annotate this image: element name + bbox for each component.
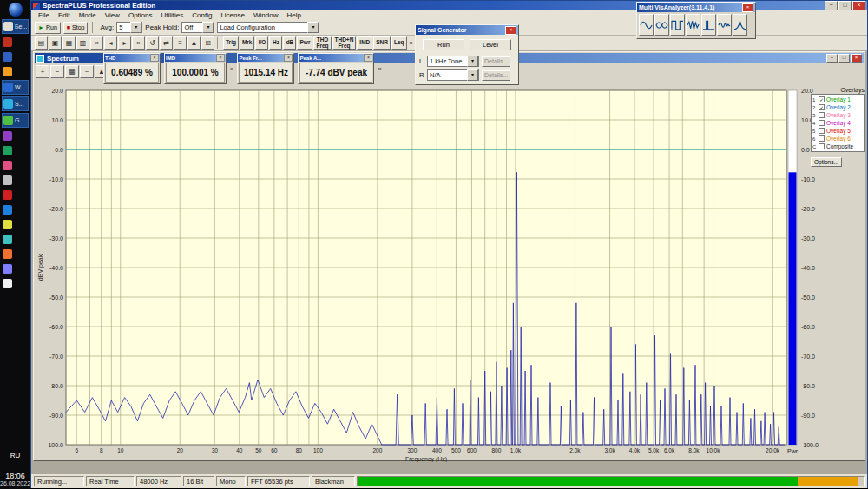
start-button[interactable] [9, 3, 23, 17]
taskbar-item-6[interactable]: G... [2, 113, 29, 128]
chevron-down-icon[interactable]: ▾ [202, 22, 214, 33]
save-file-icon[interactable]: ▣ [49, 36, 62, 50]
square-wave-icon[interactable] [670, 14, 685, 36]
taskbar-icon-8[interactable] [2, 144, 29, 157]
menu-config[interactable]: Config [187, 11, 216, 19]
toolbar-button-trig[interactable]: Trig [223, 36, 239, 50]
overlay-checkbox[interactable] [819, 112, 825, 118]
print-icon[interactable]: ▦ [62, 36, 76, 50]
maximize-icon[interactable]: □ [838, 1, 852, 10]
menu-license[interactable]: License [216, 11, 249, 19]
overlay-checkbox[interactable] [819, 143, 825, 149]
close-icon[interactable]: × [284, 54, 293, 62]
load-configuration-select[interactable]: Load Configuration ▾ [217, 22, 319, 33]
menu-window[interactable]: Window [249, 11, 282, 19]
spectrum-plot[interactable]: 20.020.010.010.00.00.0-10.0-10.0-20.0-20… [34, 85, 866, 462]
minimize-icon[interactable]: − [825, 1, 838, 10]
fast-forward-icon[interactable]: » [132, 36, 145, 50]
taskbar-icon-17[interactable] [2, 277, 29, 290]
taskbar-icon-2[interactable] [2, 50, 29, 63]
menu-edit[interactable]: Edit [54, 11, 75, 19]
generator-level-button[interactable]: Level [470, 39, 511, 50]
menu-file[interactable]: File [34, 11, 54, 19]
grid-icon[interactable]: ▦ [65, 65, 79, 78]
overlay-checkbox[interactable]: ✓ [819, 104, 825, 110]
noise-icon[interactable] [686, 14, 700, 36]
taskbar-icon-7[interactable] [2, 129, 29, 142]
menu-utilities[interactable]: Utilities [156, 11, 187, 19]
right-details-button[interactable]: Details... [482, 70, 510, 81]
language-indicator[interactable]: RU [0, 452, 30, 459]
taskbar-icon-3[interactable] [2, 65, 29, 78]
taskbar-item-5[interactable]: S... [2, 96, 29, 111]
overlay-checkbox[interactable] [819, 128, 825, 134]
close-icon[interactable]: × [216, 54, 225, 62]
maximize-icon[interactable]: □ [838, 54, 850, 63]
taskbar-item-0[interactable]: Бе... [2, 19, 29, 34]
toolbar-overflow-chevron[interactable]: » [408, 39, 415, 47]
close-icon[interactable]: × [852, 1, 865, 10]
taskbar-icon-15[interactable] [2, 248, 29, 261]
chevron-down-icon[interactable]: ▾ [467, 69, 478, 81]
taskbar-icon-12[interactable] [2, 203, 29, 216]
menu-help[interactable]: Help [282, 11, 305, 19]
toolbar-button-hz[interactable]: Hz [269, 36, 282, 50]
sweep-icon[interactable] [717, 14, 732, 36]
chevron-down-icon[interactable]: ▾ [307, 22, 319, 33]
taskbar-item-4[interactable]: W... [2, 80, 29, 95]
overlay-options-button[interactable]: Options... [811, 157, 842, 167]
chevron-down-icon[interactable]: ▾ [130, 22, 141, 33]
toolbar-button-pwr[interactable]: Pwr [297, 36, 312, 50]
generator-run-button[interactable]: Run [423, 39, 464, 50]
menu-options[interactable]: Options [124, 11, 157, 19]
visanalyzer-title-bar[interactable]: Multi VisAnalyzer(3.11.4.1) × [637, 3, 755, 12]
left-details-button[interactable]: Details... [482, 56, 510, 67]
avg-select[interactable]: 5 ▾ [116, 22, 142, 33]
taskbar-icon-13[interactable] [2, 218, 29, 231]
toolbar-button-leq[interactable]: Leq [391, 36, 407, 50]
zoom-in-icon[interactable]: + [36, 65, 49, 78]
close-icon[interactable]: × [364, 54, 372, 62]
loop-icon[interactable]: ↺ [146, 36, 159, 50]
peak-hold-select[interactable]: Off ▾ [181, 22, 214, 33]
mixer-icon[interactable]: ≡ [174, 36, 187, 50]
taskbar-icon-9[interactable] [2, 159, 29, 172]
marker-icon[interactable]: ▲ [187, 36, 201, 50]
close-icon[interactable]: × [505, 26, 516, 35]
close-icon[interactable]: × [742, 3, 753, 12]
panel-title-bar[interactable]: IMD× [165, 54, 226, 62]
toolbar-button-snr[interactable]: SNR [373, 36, 391, 50]
overlay-checkbox[interactable]: ✓ [819, 96, 825, 102]
io-icon[interactable]: ⇄ [160, 36, 173, 50]
toolbar-button-i-o[interactable]: I/O [255, 36, 268, 50]
step-back-icon[interactable]: ◂ [104, 36, 117, 50]
utilities-icon[interactable]: ⊞ [201, 36, 214, 50]
panel-title-bar[interactable]: Peak A...× [299, 54, 373, 62]
left-signal-select[interactable]: 1 kHz Tone ▾ [427, 56, 479, 67]
stop-button[interactable]: ■ Stop [63, 22, 89, 34]
menu-mode[interactable]: Mode [75, 11, 101, 19]
taskbar-icon-10[interactable] [2, 174, 29, 187]
toolbar-button-mrk[interactable]: Mrk [240, 36, 255, 50]
right-signal-select[interactable]: N/A ▾ [427, 69, 479, 81]
close-icon[interactable]: × [150, 54, 159, 62]
clock-date[interactable]: 26.08.2022 [0, 480, 30, 486]
sine-wave-icon[interactable] [639, 14, 654, 36]
taskbar-icon-11[interactable] [2, 188, 29, 202]
overlay-checkbox[interactable] [819, 135, 825, 142]
menu-view[interactable]: View [101, 11, 124, 19]
taskbar-icon-16[interactable] [2, 262, 29, 275]
pulse-icon[interactable] [701, 14, 716, 36]
panel-title-bar[interactable]: THD× [104, 54, 160, 62]
minimize-icon[interactable]: − [826, 54, 838, 63]
clock-time[interactable]: 18:06 [0, 472, 30, 480]
toolbar-button-imd[interactable]: IMD [357, 36, 372, 50]
dual-tone-icon[interactable] [654, 14, 669, 36]
copy-icon[interactable]: ▥ [76, 36, 89, 50]
open-file-icon[interactable]: ▤ [35, 36, 48, 50]
chevron-down-icon[interactable]: ▾ [467, 56, 478, 67]
gaussian-icon[interactable] [733, 14, 747, 36]
toolbar-button-db[interactable]: dB [283, 36, 296, 50]
waveform-icon[interactable]: ~ [80, 65, 94, 78]
taskbar-icon-14[interactable] [2, 233, 29, 246]
